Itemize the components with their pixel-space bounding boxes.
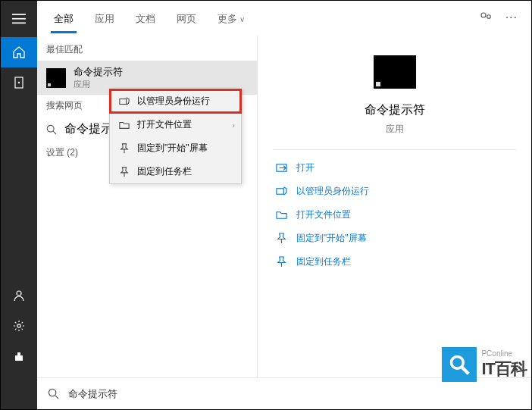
ctx-pin-start[interactable]: 固定到"开始"屏幕 [110, 136, 241, 160]
svg-point-10 [487, 14, 490, 18]
chevron-right-icon: › [232, 120, 235, 130]
action-pin-taskbar[interactable]: 固定到任务栏 [273, 250, 516, 274]
svg-line-17 [55, 396, 58, 399]
hamburger-button[interactable] [1, 1, 37, 37]
pin-icon [119, 143, 130, 154]
pin-taskbar-icon [276, 256, 287, 268]
watermark-small: PConline [481, 349, 527, 358]
sidebar-power[interactable] [1, 341, 37, 371]
action-open-label: 打开 [296, 161, 315, 174]
action-list: 打开 以管理员身份运行 打开文件位置 固定到"开始"屏幕 固定到任务栏 [273, 156, 516, 274]
preview-column: 命令提示符 应用 打开 以管理员身份运行 打开文件位置 固定到"开 [257, 36, 531, 377]
watermark-icon [442, 347, 477, 382]
svg-point-16 [49, 389, 55, 396]
tab-more[interactable]: 更多 [207, 3, 255, 33]
ctx-run-admin-label: 以管理员身份运行 [137, 95, 210, 108]
folder-icon [119, 120, 130, 130]
svg-rect-15 [120, 99, 127, 104]
svg-point-6 [17, 324, 20, 327]
divider [273, 149, 516, 150]
svg-rect-14 [277, 189, 283, 195]
admin-icon [119, 96, 130, 107]
preview-title: 命令提示符 [365, 102, 425, 118]
sidebar-settings[interactable] [1, 311, 37, 341]
svg-rect-8 [17, 352, 20, 355]
search-input[interactable]: 命令提示符 [68, 387, 117, 401]
svg-point-18 [452, 357, 464, 369]
feedback-icon[interactable] [480, 11, 492, 26]
svg-point-9 [481, 13, 486, 17]
action-open[interactable]: 打开 [273, 156, 516, 180]
search-bar[interactable]: 命令提示符 [37, 377, 531, 409]
search-tabs: 全部 应用 文档 网页 更多 ··· [37, 1, 531, 36]
ctx-run-admin[interactable]: 以管理员身份运行 [110, 89, 241, 113]
svg-rect-7 [15, 355, 23, 361]
action-run-admin-label: 以管理员身份运行 [296, 185, 369, 198]
action-open-location[interactable]: 打开文件位置 [273, 203, 516, 227]
preview-subtype: 应用 [386, 123, 404, 136]
svg-line-19 [462, 368, 469, 374]
command-prompt-icon [46, 68, 66, 88]
result-title: 命令提示符 [74, 65, 123, 79]
action-pin-start-label: 固定到"开始"屏幕 [296, 232, 367, 245]
svg-line-12 [53, 131, 56, 134]
results-column: 最佳匹配 命令提示符 应用 搜索网页 命令提示符 设置 (2) [37, 36, 257, 377]
svg-point-11 [47, 125, 54, 132]
search-icon [46, 124, 57, 135]
tab-all[interactable]: 全部 [43, 3, 84, 33]
context-menu: 以管理员身份运行 打开文件位置 › 固定到"开始"屏幕 固定到任务栏 [109, 89, 242, 184]
sidebar-home[interactable] [1, 37, 37, 67]
ctx-pin-taskbar-label: 固定到任务栏 [137, 165, 192, 178]
tab-web[interactable]: 网页 [166, 3, 207, 33]
tab-docs[interactable]: 文档 [125, 3, 166, 33]
preview-app-icon [374, 55, 416, 89]
svg-rect-0 [12, 14, 26, 15]
open-icon [276, 162, 287, 174]
watermark-big: IT百科 [481, 358, 527, 380]
ctx-pin-taskbar[interactable]: 固定到任务栏 [110, 160, 241, 183]
action-open-location-label: 打开文件位置 [296, 208, 351, 221]
pin-taskbar-icon [119, 167, 130, 177]
admin-icon [276, 186, 287, 197]
watermark: PConline IT百科 [442, 347, 527, 382]
action-pin-start[interactable]: 固定到"开始"屏幕 [273, 227, 516, 250]
search-icon [48, 388, 59, 399]
ctx-open-location[interactable]: 打开文件位置 › [110, 113, 241, 136]
action-pin-taskbar-label: 固定到任务栏 [296, 255, 351, 268]
section-best-match: 最佳匹配 [37, 39, 257, 61]
folder-icon [276, 209, 287, 221]
sidebar-user[interactable] [1, 280, 37, 311]
svg-rect-2 [12, 23, 26, 24]
svg-point-4 [18, 82, 20, 83]
start-sidebar [1, 1, 37, 409]
svg-rect-1 [12, 18, 26, 20]
ctx-pin-start-label: 固定到"开始"屏幕 [137, 142, 208, 155]
action-run-admin[interactable]: 以管理员身份运行 [273, 180, 516, 203]
ctx-open-location-label: 打开文件位置 [137, 118, 192, 131]
pin-icon [276, 233, 287, 244]
svg-point-5 [17, 291, 21, 296]
more-options-button[interactable]: ··· [505, 11, 518, 26]
tab-apps[interactable]: 应用 [84, 3, 125, 33]
sidebar-documents[interactable] [1, 67, 37, 98]
